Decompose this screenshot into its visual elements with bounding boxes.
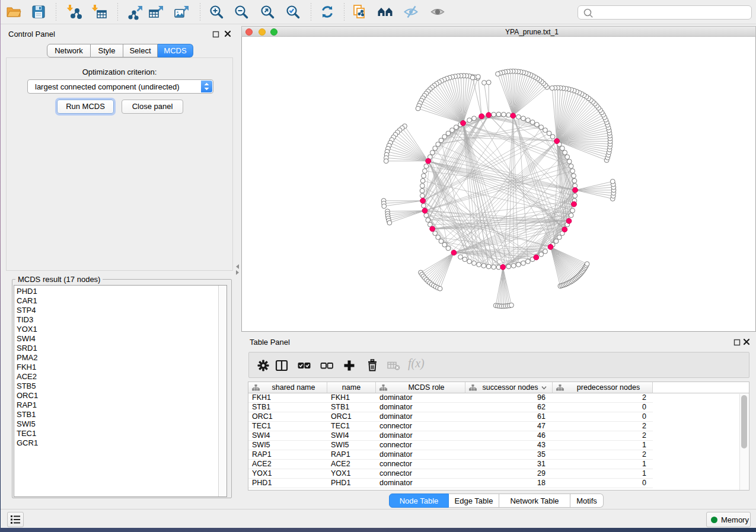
- float-panel-icon[interactable]: [212, 31, 219, 38]
- network-node[interactable]: [572, 178, 577, 183]
- network-hub-node[interactable]: [479, 114, 484, 119]
- show-panels-button[interactable]: [7, 512, 24, 527]
- network-hub-node[interactable]: [426, 158, 431, 164]
- network-node[interactable]: [496, 72, 500, 76]
- table-row[interactable]: TEC1TEC1connector472: [248, 422, 749, 431]
- mcds-result-item[interactable]: RAP1: [14, 400, 227, 410]
- network-node[interactable]: [467, 259, 472, 264]
- network-node[interactable]: [569, 213, 573, 218]
- network-node[interactable]: [420, 194, 425, 198]
- network-node[interactable]: [476, 75, 481, 79]
- network-node[interactable]: [543, 128, 548, 133]
- table-row[interactable]: PHD1PHD1dominator180: [248, 479, 749, 488]
- network-node[interactable]: [454, 125, 458, 130]
- network-node[interactable]: [416, 106, 420, 111]
- network-node[interactable]: [426, 218, 430, 223]
- network-node[interactable]: [526, 259, 531, 264]
- network-node[interactable]: [535, 122, 540, 127]
- table-row[interactable]: ORC1ORC1dominator610: [248, 412, 749, 422]
- select-all-icon[interactable]: [296, 358, 312, 373]
- network-node[interactable]: [563, 150, 567, 155]
- network-node[interactable]: [502, 112, 506, 117]
- first-neighbors-icon[interactable]: [377, 4, 394, 20]
- table-scrollbar-thumb[interactable]: [741, 395, 747, 448]
- network-hub-node[interactable]: [566, 219, 572, 224]
- splitter-collapse-left[interactable]: [236, 264, 239, 269]
- window-close-icon[interactable]: [245, 28, 253, 36]
- network-node[interactable]: [560, 146, 564, 150]
- network-node[interactable]: [430, 150, 435, 155]
- mcds-result-item[interactable]: SRD1: [14, 344, 227, 353]
- open-session-icon[interactable]: [5, 4, 22, 20]
- network-hub-node[interactable]: [562, 227, 567, 232]
- mcds-result-item[interactable]: TID3: [14, 315, 227, 325]
- network-node[interactable]: [550, 134, 555, 139]
- mcds-result-list[interactable]: PHD1CAR1STP4TID3YOX1SWI4SRD1PMA2FKH1ACE2…: [14, 285, 227, 497]
- table-settings-icon[interactable]: [256, 358, 271, 373]
- mcds-result-item[interactable]: ACE2: [14, 372, 227, 382]
- mcds-result-item[interactable]: SWI5: [14, 419, 227, 429]
- export-network-icon[interactable]: [127, 4, 144, 20]
- network-node[interactable]: [481, 264, 486, 268]
- window-maximize-icon[interactable]: [270, 28, 277, 36]
- network-node[interactable]: [550, 86, 554, 91]
- column-header-predecessor-nodes[interactable]: predecessor nodes: [553, 382, 653, 393]
- network-node[interactable]: [470, 75, 475, 80]
- import-network-icon[interactable]: [66, 4, 82, 20]
- network-node[interactable]: [567, 159, 572, 164]
- mcds-result-item[interactable]: FKH1: [14, 363, 227, 372]
- mcds-result-item[interactable]: YOX1: [14, 325, 227, 334]
- add-column-icon[interactable]: [342, 358, 357, 373]
- network-node[interactable]: [450, 128, 455, 133]
- network-window-titlebar[interactable]: YPA_prune.txt_1: [241, 26, 756, 37]
- network-canvas[interactable]: [241, 37, 756, 332]
- network-node[interactable]: [509, 303, 514, 307]
- network-node[interactable]: [436, 235, 441, 240]
- column-header-successor-nodes[interactable]: successor nodes: [465, 382, 553, 393]
- table-row[interactable]: RAP1RAP1dominator352: [248, 450, 749, 460]
- mcds-result-item[interactable]: STP4: [14, 306, 227, 315]
- table-row[interactable]: YOX1YOX1connector291: [248, 469, 749, 479]
- network-node[interactable]: [446, 246, 451, 251]
- close-table-panel-icon[interactable]: [743, 338, 750, 345]
- clone-network-icon[interactable]: [351, 4, 368, 20]
- network-node[interactable]: [492, 112, 496, 117]
- table-row[interactable]: SWI5SWI5connector431: [248, 441, 749, 450]
- network-node[interactable]: [420, 178, 425, 183]
- network-node[interactable]: [554, 239, 559, 243]
- tab-select[interactable]: Select: [123, 44, 158, 57]
- network-node[interactable]: [557, 235, 562, 240]
- network-node[interactable]: [420, 184, 425, 188]
- refresh-view-icon[interactable]: [319, 4, 336, 20]
- zoom-selected-icon[interactable]: [285, 4, 301, 20]
- mcds-result-item[interactable]: GCR1: [14, 438, 227, 448]
- network-node[interactable]: [482, 81, 487, 85]
- network-node[interactable]: [570, 169, 575, 174]
- network-node[interactable]: [423, 169, 428, 174]
- delete-table-icon[interactable]: [386, 358, 401, 373]
- criterion-dropdown[interactable]: largest connected component (undirected): [27, 79, 213, 94]
- float-table-panel-icon[interactable]: [733, 339, 741, 346]
- function-builder-icon[interactable]: f(x): [408, 357, 425, 370]
- network-node[interactable]: [610, 179, 615, 184]
- tab-network-table[interactable]: Network Table: [499, 493, 570, 508]
- run-mcds-button[interactable]: Run MCDS: [57, 100, 114, 114]
- tab-node-table[interactable]: Node Table: [389, 493, 449, 508]
- tab-edge-table[interactable]: Edge Table: [449, 493, 499, 508]
- network-node[interactable]: [439, 239, 444, 243]
- network-hub-node[interactable]: [554, 139, 560, 144]
- network-node[interactable]: [539, 252, 544, 257]
- tab-style[interactable]: Style: [91, 44, 123, 57]
- network-node[interactable]: [530, 120, 535, 124]
- network-node[interactable]: [486, 80, 491, 85]
- import-table-icon[interactable]: [91, 4, 107, 20]
- network-hub-node[interactable]: [430, 226, 435, 232]
- network-node[interactable]: [467, 118, 472, 123]
- network-node[interactable]: [496, 112, 501, 117]
- network-node[interactable]: [420, 188, 425, 193]
- network-node[interactable]: [477, 262, 481, 267]
- zoom-in-icon[interactable]: [208, 4, 225, 20]
- mcds-result-item[interactable]: STB1: [14, 410, 227, 419]
- splitter-expand-right[interactable]: [236, 270, 239, 275]
- network-node[interactable]: [436, 142, 441, 147]
